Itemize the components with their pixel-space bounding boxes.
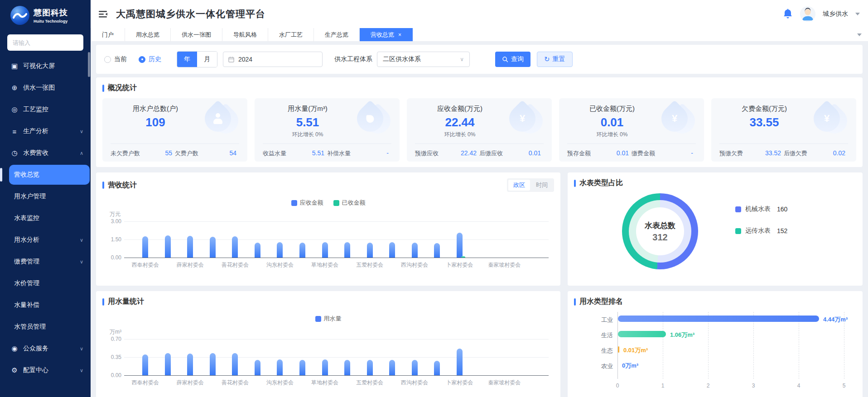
bell-icon[interactable] — [783, 9, 793, 19]
sidebar-subitem-10[interactable]: 水价管理 — [0, 273, 91, 294]
ranking-panel: 用水类型排名 012345工业4.44万m³生活1.06万m³生态0.01万m³… — [568, 291, 863, 397]
radio-1[interactable]: 历史 — [139, 55, 161, 63]
stat-card-subitem: 未欠费户数55 — [111, 149, 175, 158]
sidebar-item-label: 营收总览 — [14, 171, 39, 179]
sidebar-subitem-5[interactable]: 营收总览 — [0, 164, 91, 186]
sidebar-item-2[interactable]: ◎工艺监控 — [0, 99, 91, 120]
bar-用水量-0 — [142, 354, 148, 375]
tab-4[interactable]: 水厂工艺 — [268, 28, 314, 41]
stat-subitem-value: - — [655, 149, 696, 157]
stat-subitem-value: 0.01 — [503, 149, 544, 157]
y-tick-label: 0.70 — [104, 336, 121, 342]
sidebar-item-14[interactable]: ⚙配置中心∨ — [0, 359, 91, 381]
bar-已收金额-14 — [461, 256, 465, 258]
tab-2[interactable]: 供水一张图 — [171, 28, 222, 41]
period-year-button[interactable]: 年 — [177, 52, 197, 67]
period-month-button[interactable]: 月 — [197, 52, 217, 67]
user-name[interactable]: 城乡供水 — [823, 10, 848, 18]
rank-value-label: 4.44万m³ — [823, 316, 848, 324]
page-title: 大禹慧图城乡供水一体化管理平台 — [116, 8, 265, 20]
sidebar-subitem-8[interactable]: 用水分析∨ — [0, 229, 91, 251]
stat-subitem-label: 收益水量 — [263, 149, 286, 158]
sidebar-subitem-11[interactable]: 水量补偿 — [0, 294, 91, 316]
y-tick-label: 1.50 — [104, 236, 121, 243]
bar-应收金额-13 — [434, 243, 440, 258]
legend-item[interactable]: 用水量 — [315, 315, 342, 323]
x-axis-label: 卜家村委会 — [434, 261, 484, 269]
rank-bar-生态 — [618, 346, 619, 353]
app-root: 慧图科技 Huitu Technology ▣可视化大屏⊕供水一张图◎工艺监控≡… — [0, 0, 868, 397]
usage-legend: 用水量 — [96, 315, 560, 323]
radio-0[interactable]: 当前 — [104, 55, 127, 63]
search-button[interactable]: 查询 — [495, 52, 530, 67]
chevron-down-icon: ∨ — [80, 237, 83, 243]
bar-用水量-9 — [344, 360, 350, 375]
sidebar-item-label: 水量补偿 — [14, 301, 39, 309]
year-picker[interactable]: 2024 — [223, 52, 323, 67]
system-select-label: 供水工程体系 — [334, 55, 372, 63]
rank-bar-工业 — [618, 316, 819, 322]
legend-item[interactable]: 已收金额 — [333, 199, 366, 207]
revenue-chart: 万元0.001.503.00西奉村委会薛家村委会善花村委会沟东村委会草地村委会五… — [102, 211, 554, 279]
tab-1[interactable]: 用水总览 — [125, 28, 171, 41]
stat-subitem-label: 欠费户数 — [175, 149, 198, 158]
tabbar-caret-down-icon[interactable] — [857, 33, 862, 36]
radio-label: 当前 — [114, 55, 127, 63]
sidebar-scrollbar-thumb[interactable] — [88, 52, 90, 77]
tab-5[interactable]: 生产总览 — [314, 28, 360, 41]
sidebar-subitem-9[interactable]: 缴费管理∨ — [0, 251, 91, 273]
meter-type-panel: 水表类型占比 水表总数 312 机械水表160远传水表152 — [568, 172, 863, 286]
sidebar-subitem-12[interactable]: 水管员管理 — [0, 316, 91, 338]
brand-name: 慧图科技 — [34, 7, 68, 18]
rank-category-label: 农业 — [589, 362, 613, 370]
bar-应收金额-5 — [255, 243, 260, 258]
sidebar-item-13[interactable]: ◉公众服务∨ — [0, 338, 91, 359]
tab-6[interactable]: 营收总览× — [360, 28, 413, 41]
revenue-toggle-时间[interactable]: 时间 — [531, 180, 553, 191]
stat-subitem-value: 22.42 — [439, 149, 479, 157]
x-tick-label: 2 — [707, 383, 710, 389]
stat-card-growth: 环比增长 0% — [415, 131, 544, 139]
tab-0[interactable]: 门户 — [91, 28, 125, 41]
legend-item[interactable]: 机械水表160 — [735, 205, 787, 213]
sidebar-item-label: 可视化大屏 — [23, 62, 55, 70]
revenue-toggle: 政区时间 — [507, 178, 554, 192]
bar-应收金额-14 — [457, 233, 463, 258]
legend-item[interactable]: 远传水表152 — [735, 227, 787, 235]
gridline-dashed — [663, 312, 663, 379]
sidebar-nav: ▣可视化大屏⊕供水一张图◎工艺监控≡生产分析∨◷水费营收∧营收总览用水户管理水表… — [0, 55, 91, 381]
sidebar-item-3[interactable]: ≡生产分析∨ — [0, 120, 91, 142]
tab-close-icon[interactable]: × — [398, 32, 401, 38]
stat-subitem-value: 0.01 — [591, 149, 632, 157]
revenue-toggle-政区[interactable]: 政区 — [508, 180, 530, 191]
sidebar-item-label: 配置中心 — [23, 366, 48, 374]
bar-用水量-12 — [412, 360, 418, 375]
sidebar-item-label: 水表监控 — [14, 214, 39, 222]
sidebar-item-1[interactable]: ⊕供水一张图 — [0, 77, 91, 99]
system-select[interactable]: 二区供水体系 ∨ — [377, 52, 470, 67]
sidebar-search-input[interactable] — [7, 34, 83, 51]
sidebar-item-4[interactable]: ◷水费营收∧ — [0, 142, 91, 164]
gridline-dashed — [753, 312, 754, 379]
bar-用水量-1 — [165, 353, 171, 375]
stat-subitem-label: 缴费金额 — [632, 149, 655, 158]
user-caret-down-icon[interactable] — [855, 13, 860, 15]
bar-用水量-13 — [434, 361, 440, 375]
avatar[interactable] — [800, 6, 815, 22]
legend-item[interactable]: 应收金额 — [291, 199, 323, 207]
ranking-chart: 012345工业4.44万m³生活1.06万m³生态0.01万m³农业0万m³ — [574, 311, 856, 397]
reset-button[interactable]: ↻ 重置 — [537, 52, 573, 67]
sidebar-item-label: 用水户管理 — [14, 192, 46, 201]
x-axis-label: 薛家村委会 — [165, 261, 215, 269]
sidebar-item-0[interactable]: ▣可视化大屏 — [0, 55, 91, 77]
globe-icon: ⊕ — [10, 84, 19, 92]
sidebar-subitem-6[interactable]: 用水户管理 — [0, 186, 91, 207]
legend-swatch — [735, 228, 741, 234]
stat-card-title: 应收金额(万元) — [415, 105, 544, 113]
tab-3[interactable]: 导航风格 — [222, 28, 268, 41]
sidebar-subitem-7[interactable]: 水表监控 — [0, 207, 91, 229]
legend-swatch — [333, 200, 339, 206]
stat-card-value: 33.55 — [719, 115, 848, 129]
usage-panel: 用水量统计 用水量 万m³0.000.350.70西奉村委会薛家村委会善花村委会… — [96, 291, 560, 397]
menu-collapse-icon[interactable] — [99, 10, 108, 18]
